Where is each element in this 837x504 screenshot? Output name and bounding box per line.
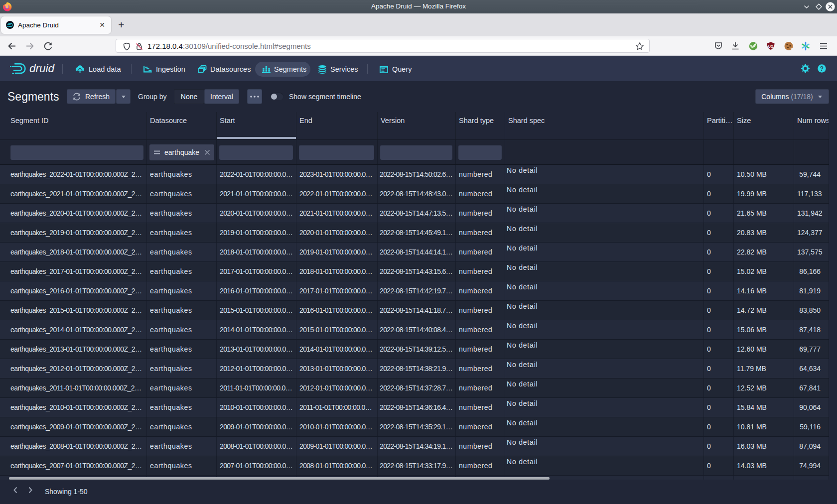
svg-text:UO: UO [768, 45, 774, 48]
svg-text:?: ? [820, 65, 824, 72]
